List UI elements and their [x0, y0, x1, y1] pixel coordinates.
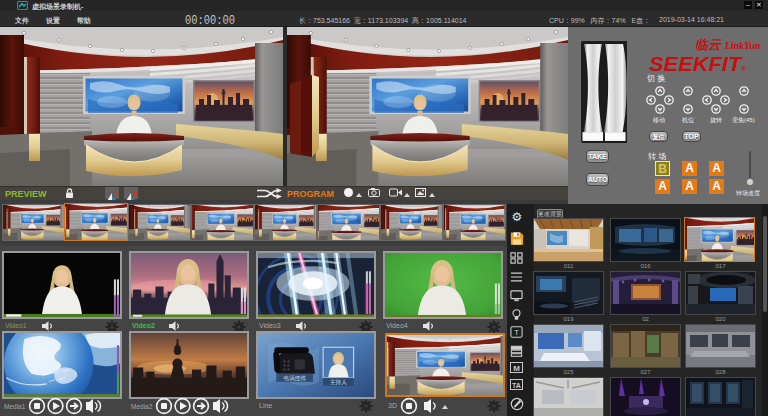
svg-text:主持人: 主持人	[330, 379, 347, 386]
svg-text:T: T	[514, 328, 519, 337]
svg-text:电话连线: 电话连线	[283, 375, 306, 382]
